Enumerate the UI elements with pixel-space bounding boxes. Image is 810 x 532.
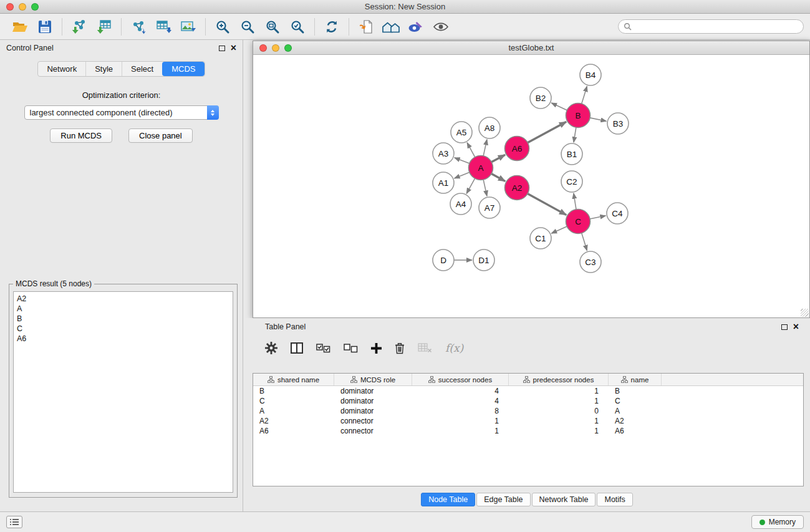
close-network-window-button[interactable]: [259, 44, 267, 52]
mcds-result-item[interactable]: A6: [17, 334, 229, 344]
edge-A-A5[interactable]: [467, 143, 475, 157]
edge-C-C4[interactable]: [590, 216, 605, 219]
mcds-result-item[interactable]: C: [17, 324, 229, 334]
export-image-button[interactable]: [176, 16, 201, 37]
node-A6[interactable]: A6: [505, 137, 529, 161]
tab-node-table[interactable]: Node Table: [421, 493, 475, 506]
memory-button[interactable]: Memory: [751, 515, 804, 529]
document-history-button[interactable]: [354, 16, 378, 37]
close-panel-button[interactable]: Close panel: [128, 128, 193, 143]
show-graphics-details-button[interactable]: [428, 16, 453, 37]
edge-C-C3[interactable]: [582, 233, 587, 251]
tab-select[interactable]: Select: [122, 62, 162, 76]
import-table-file-button[interactable]: [92, 16, 117, 37]
edge-A-A3[interactable]: [455, 158, 470, 163]
zoom-selected-button[interactable]: [285, 16, 310, 37]
node-A3[interactable]: A3: [433, 143, 454, 164]
edge-A2-C[interactable]: [528, 193, 566, 215]
node-D1[interactable]: D1: [473, 249, 494, 271]
node-D[interactable]: D: [433, 249, 454, 271]
maximize-network-window-button[interactable]: [284, 44, 292, 52]
select-all-button[interactable]: [316, 344, 330, 353]
show-columns-button[interactable]: [291, 342, 303, 354]
mcds-result-item[interactable]: A2: [17, 294, 229, 304]
deselect-all-button[interactable]: [344, 344, 358, 353]
edge-C-C2[interactable]: [574, 193, 576, 210]
search-box[interactable]: [618, 19, 804, 34]
tab-network[interactable]: Network: [38, 62, 85, 76]
edge-A-A4[interactable]: [466, 178, 475, 193]
node-B[interactable]: B: [566, 104, 591, 128]
node-B4[interactable]: B4: [580, 64, 601, 85]
delete-table-button[interactable]: [418, 343, 432, 353]
table-row[interactable]: Adominator80A: [253, 406, 803, 416]
run-mcds-button[interactable]: Run MCDS: [50, 128, 112, 143]
home-view-button[interactable]: [378, 16, 403, 37]
annotation-style-button[interactable]: [403, 16, 428, 37]
clone-network-button[interactable]: [151, 16, 176, 37]
tab-mcds[interactable]: MCDS: [162, 62, 204, 76]
node-A2[interactable]: A2: [505, 176, 529, 200]
edge-B-B2[interactable]: [551, 103, 567, 110]
float-table-panel-icon[interactable]: [781, 324, 788, 330]
edge-A-A1[interactable]: [455, 172, 470, 178]
float-panel-icon[interactable]: [219, 46, 225, 51]
node-A[interactable]: A: [469, 156, 493, 180]
search-input[interactable]: [635, 22, 798, 31]
save-session-button[interactable]: [32, 16, 57, 37]
zoom-fit-button[interactable]: [260, 16, 285, 37]
tab-style[interactable]: Style: [85, 62, 122, 76]
tab-edge-table[interactable]: Edge Table: [476, 493, 530, 506]
resize-grip[interactable]: [801, 309, 809, 317]
edge-B-B1[interactable]: [574, 127, 576, 142]
criterion-select[interactable]: largest connected component (directed): [24, 105, 219, 120]
tab-motifs[interactable]: Motifs: [597, 493, 632, 506]
node-B2[interactable]: B2: [530, 87, 551, 109]
tab-network-table[interactable]: Network Table: [532, 493, 596, 506]
column-header-predecessor-nodes[interactable]: predecessor nodes: [509, 374, 609, 385]
node-C3[interactable]: C3: [580, 251, 601, 273]
edge-B-B3[interactable]: [590, 118, 606, 121]
table-settings-button[interactable]: [265, 342, 277, 354]
column-header-MCDS-role[interactable]: MCDS role: [334, 374, 412, 385]
open-file-button[interactable]: [7, 16, 32, 37]
function-builder-button[interactable]: f(x): [445, 342, 463, 354]
close-table-panel-icon[interactable]: ×: [793, 322, 799, 332]
node-A5[interactable]: A5: [451, 122, 472, 143]
mcds-result-item[interactable]: A: [17, 304, 229, 314]
node-A8[interactable]: A8: [479, 117, 500, 138]
minimize-network-window-button[interactable]: [272, 44, 279, 52]
zoom-in-button[interactable]: [210, 16, 235, 37]
minimize-window-button[interactable]: [19, 3, 26, 11]
delete-column-button[interactable]: [395, 342, 405, 354]
edge-A6-B[interactable]: [528, 122, 566, 142]
node-A4[interactable]: A4: [450, 193, 471, 215]
node-C4[interactable]: C4: [607, 203, 628, 224]
node-C2[interactable]: C2: [561, 171, 582, 192]
add-column-button[interactable]: [371, 343, 382, 354]
mcds-result-list[interactable]: A2ABCA6: [13, 291, 233, 493]
column-header-name[interactable]: name: [609, 374, 662, 385]
edge-A-A8[interactable]: [483, 140, 487, 156]
table-row[interactable]: A2connector11A2: [253, 416, 803, 426]
node-C1[interactable]: C1: [530, 228, 551, 249]
node-A7[interactable]: A7: [479, 197, 500, 218]
new-network-button[interactable]: [126, 16, 151, 37]
node-B3[interactable]: B3: [607, 113, 629, 134]
table-row[interactable]: Cdominator41C: [253, 396, 803, 406]
node-C[interactable]: C: [566, 210, 591, 234]
close-panel-icon[interactable]: ×: [231, 43, 236, 53]
zoom-out-button[interactable]: [235, 16, 260, 37]
table-row[interactable]: A6connector11A6: [253, 426, 803, 436]
mcds-result-item[interactable]: B: [17, 314, 229, 324]
task-history-button[interactable]: [6, 516, 22, 528]
node-A1[interactable]: A1: [433, 172, 454, 193]
edge-A-A6[interactable]: [491, 155, 505, 162]
column-header-successor-nodes[interactable]: successor nodes: [412, 374, 509, 385]
edge-C-C1[interactable]: [551, 226, 567, 233]
import-network-file-button[interactable]: [67, 16, 92, 37]
node-B1[interactable]: B1: [561, 143, 582, 165]
edge-A-A2[interactable]: [491, 173, 505, 181]
network-graph[interactable]: B4B2BB3A5A8A6B1A3AC2A1A2A4A7C4CC1C3DD1: [253, 55, 809, 317]
close-window-button[interactable]: [6, 3, 14, 11]
